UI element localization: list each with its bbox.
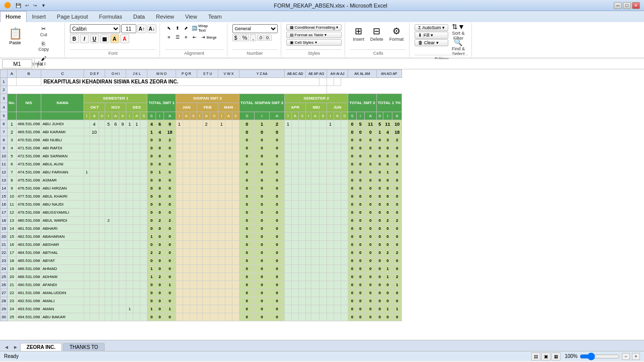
tab-home[interactable]: Home bbox=[0, 11, 27, 22]
table-row[interactable]: 2520488.531.098ADHWA'120000000012 bbox=[1, 273, 402, 281]
row-7[interactable]: 7 2 469.531.098 ABI KARAMI 10 1 4 18 bbox=[1, 128, 402, 136]
copy-button[interactable]: ⎘ Copy bbox=[26, 39, 61, 53]
indent-increase-button[interactable]: ⇥ bbox=[199, 33, 207, 41]
font-size-input[interactable] bbox=[121, 24, 136, 33]
italic-button[interactable]: I bbox=[80, 34, 89, 43]
wrap-text-button[interactable]: WrapText bbox=[199, 24, 207, 32]
table-row[interactable]: 149476.531.098ABU HIRZAN000000000000 bbox=[1, 185, 402, 193]
normal-view-button[interactable]: ▤ bbox=[531, 352, 540, 360]
align-left-button[interactable]: ≡ bbox=[165, 33, 173, 41]
tab-data[interactable]: Data bbox=[128, 11, 150, 22]
table-row[interactable]: 2015482.531.098ABAHARAN100000000000 bbox=[1, 233, 402, 241]
page-break-view-button[interactable]: ▦ bbox=[551, 352, 560, 360]
number-format-select[interactable]: General bbox=[232, 24, 278, 33]
text-orientation-button[interactable]: 🔤 bbox=[191, 24, 199, 32]
undo-button[interactable]: ↩ bbox=[24, 3, 31, 9]
quick-access-dropdown[interactable]: ▼ bbox=[40, 3, 47, 9]
formula-icon[interactable]: ƒx bbox=[37, 60, 43, 67]
zoom-controls[interactable]: 100% − + bbox=[565, 353, 640, 360]
font-increase-button[interactable]: A↑ bbox=[137, 24, 146, 33]
sheet-nav-right[interactable]: ► bbox=[11, 343, 20, 351]
decimal-decrease-button[interactable]: 0. bbox=[265, 35, 272, 41]
table-row[interactable]: 2419486.531.098AHMAD100000000010 bbox=[1, 265, 402, 273]
minimize-button[interactable]: ─ bbox=[614, 2, 622, 9]
clear-button[interactable]: 🗑 Clear ▾ bbox=[415, 39, 448, 46]
align-top-right-button[interactable]: ⬈ bbox=[182, 24, 190, 32]
indent-decrease-button[interactable]: ⇤ bbox=[191, 33, 199, 41]
table-row[interactable]: 1914481.531.098ABHARI000000000000 bbox=[1, 225, 402, 233]
window-controls[interactable]: ─ □ ✕ bbox=[614, 2, 640, 9]
format-button[interactable]: ⚙ Format bbox=[387, 24, 407, 43]
conditional-formatting-button[interactable]: ▦ Conditional Formatting ▾ bbox=[286, 24, 342, 31]
tab-view[interactable]: View bbox=[180, 11, 203, 22]
sheet-tab-thanks[interactable]: THANKS TO bbox=[63, 343, 105, 351]
table-row[interactable]: 1813480.531.098ABUL WARDI2022000000022 bbox=[1, 217, 402, 225]
table-row[interactable]: 2217484.531.098ABTHAL220000000022 bbox=[1, 249, 402, 257]
decimal-increase-button[interactable]: .0 bbox=[257, 35, 264, 41]
tab-review[interactable]: Review bbox=[150, 11, 180, 22]
percent-button[interactable]: % bbox=[240, 34, 250, 41]
grid-container[interactable]: A B C D E F G H I J K L M N O P Q R S T … bbox=[0, 69, 644, 340]
table-row[interactable]: 2924493.531.098AMAN1101000000011 bbox=[1, 305, 402, 313]
zoom-in-button[interactable]: + bbox=[632, 353, 640, 360]
table-row[interactable]: 94471.531.098ABI RAFDI000000000000 bbox=[1, 144, 402, 152]
format-as-table-button[interactable]: ▤ Format as Table ▾ bbox=[286, 32, 342, 38]
close-button[interactable]: ✕ bbox=[632, 2, 640, 9]
tab-insert[interactable]: Insert bbox=[27, 11, 52, 22]
maximize-button[interactable]: □ bbox=[623, 2, 631, 9]
table-row[interactable]: 138475.531.098ASMAR000000000000 bbox=[1, 176, 402, 185]
sort-filter-button[interactable]: ⇅▼ Sort & Filter bbox=[449, 24, 467, 39]
table-row[interactable]: 2621490.531.098AFANDI001000000001 bbox=[1, 281, 402, 289]
delete-button[interactable]: ⊟ Delete bbox=[368, 24, 386, 43]
zoom-out-button[interactable]: − bbox=[622, 353, 630, 360]
table-row[interactable]: 3025494.531.098ABU BAKAR000000000000 bbox=[1, 313, 402, 321]
table-row[interactable]: 1611478.531.098ABU NAJDI000000000000 bbox=[1, 201, 402, 209]
redo-button[interactable]: ↪ bbox=[32, 3, 39, 9]
tab-team[interactable]: Team bbox=[203, 11, 227, 22]
font-decrease-button[interactable]: A↓ bbox=[147, 24, 156, 33]
paste-button[interactable]: 📋 Paste bbox=[5, 24, 25, 48]
table-row[interactable]: 83470.531.098ABI NUBLI032000000032 bbox=[1, 136, 402, 144]
align-center-button[interactable]: ☰ bbox=[174, 33, 182, 41]
cell-reference-input[interactable] bbox=[2, 59, 32, 68]
table-row[interactable]: 2722491.531.098AMALUDDIN000000000000 bbox=[1, 289, 402, 297]
fill-color-button[interactable]: A bbox=[110, 34, 119, 43]
tab-page-layout[interactable]: Page Layout bbox=[51, 11, 94, 22]
comma-button[interactable]: , bbox=[250, 34, 256, 41]
font-name-select[interactable]: Calibri bbox=[70, 24, 120, 33]
currency-button[interactable]: $ bbox=[232, 34, 239, 41]
fill-button[interactable]: ⬇ Fill ▾ bbox=[415, 32, 448, 39]
bold-button[interactable]: B bbox=[70, 34, 79, 43]
align-right-button[interactable]: ≡ bbox=[182, 33, 190, 41]
merge-center-button[interactable]: Merge bbox=[208, 33, 216, 41]
insert-button[interactable]: ⊞ Insert bbox=[350, 24, 367, 43]
row-6[interactable]: 6 1 468.531.098 ABU JUHDI 4 5 6 9 1 1 4 … bbox=[1, 120, 402, 128]
page-layout-view-button[interactable]: ▣ bbox=[541, 352, 550, 360]
tab-formulas[interactable]: Formulas bbox=[94, 11, 128, 22]
table-row[interactable]: 105472.531.098ABI SARWAN000000000000 bbox=[1, 152, 402, 160]
sheet-tabs[interactable]: ◄ ► ZEORA INC. THANKS TO bbox=[0, 340, 644, 351]
table-row[interactable]: 1510477.531.098ABUL KHAIRI000000000000 bbox=[1, 193, 402, 201]
table-row[interactable]: 2116483.531.098ABSHAR000000000000 bbox=[1, 241, 402, 249]
autosum-button[interactable]: Σ AutoSum ▾ bbox=[415, 24, 448, 31]
view-controls[interactable]: ▤ ▣ ▦ bbox=[531, 352, 560, 360]
align-top-center-button[interactable]: ⬆ bbox=[174, 24, 182, 32]
align-top-left-button[interactable]: ⬉ bbox=[165, 24, 173, 32]
border-button[interactable]: ▦ bbox=[100, 34, 109, 43]
ribbon-tabs[interactable]: Home Insert Page Layout Formulas Data Re… bbox=[0, 11, 644, 22]
table-row[interactable]: 127474.531.098ABU FARHAN1010000000010 bbox=[1, 168, 402, 176]
save-button[interactable]: 💾 bbox=[14, 3, 23, 9]
find-select-button[interactable]: 🔍 Find & Select bbox=[449, 40, 467, 55]
table-row[interactable]: 1712479.531.098ABUSSYAMILI000000000000 bbox=[1, 209, 402, 217]
sheet-tab-zeora[interactable]: ZEORA INC. bbox=[20, 343, 62, 351]
table-row[interactable]: 2823492.531.098AMALI000000000000 bbox=[1, 297, 402, 305]
formula-input[interactable] bbox=[45, 59, 642, 68]
cut-button[interactable]: ✂ Cut bbox=[26, 24, 61, 39]
underline-button[interactable]: U bbox=[90, 34, 99, 43]
font-color-button[interactable]: A bbox=[120, 34, 129, 43]
quick-access-toolbar[interactable]: 🟠 💾 ↩ ↪ ▼ bbox=[4, 2, 47, 9]
cell-styles-button[interactable]: ▣ Cell Styles ▾ bbox=[286, 39, 342, 46]
sheet-nav-left[interactable]: ◄ bbox=[2, 343, 11, 351]
table-row[interactable]: 2318485.531.098ABYAT000000000000 bbox=[1, 257, 402, 265]
table-row[interactable]: 116473.531.098ABUL AUNI000000000000 bbox=[1, 160, 402, 168]
